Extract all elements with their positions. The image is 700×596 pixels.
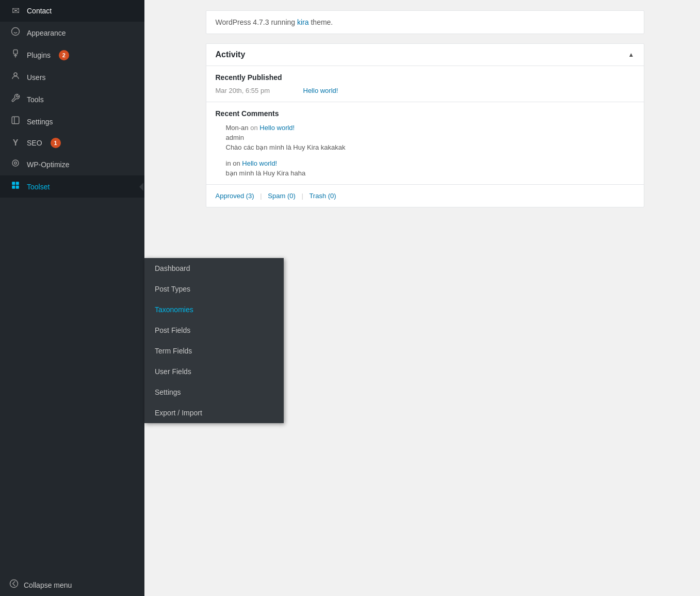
seo-icon: Y bbox=[9, 138, 22, 148]
collapse-icon bbox=[9, 579, 19, 591]
comment-1-on: on bbox=[250, 124, 259, 132]
submenu-item-taxonomies[interactable]: Taxonomies bbox=[144, 299, 284, 320]
sidebar-label-users: Users bbox=[27, 73, 46, 82]
svg-rect-11 bbox=[16, 186, 19, 189]
svg-rect-2 bbox=[13, 50, 18, 54]
comment-1-by: admin bbox=[226, 134, 634, 141]
submenu-item-settings[interactable]: Settings bbox=[144, 382, 284, 402]
sidebar-label-appearance: Appearance bbox=[27, 29, 66, 37]
approved-label: Approved bbox=[216, 192, 245, 200]
sidebar-label-wp-optimize: WP-Optimize bbox=[27, 160, 69, 169]
svg-point-3 bbox=[14, 73, 17, 76]
comment-item-1: Mon-an on Hello world! admin Chào các bạ… bbox=[216, 124, 634, 151]
approved-link[interactable]: Approved (3) bbox=[216, 192, 256, 200]
sidebar-item-plugins[interactable]: Plugins 2 bbox=[0, 44, 144, 66]
sidebar-item-users[interactable]: Users bbox=[0, 66, 144, 88]
activity-box: Activity ▲ Recently Published Mar 20th, … bbox=[206, 43, 644, 207]
sidebar-label-seo: SEO bbox=[27, 139, 42, 147]
comment-2-author-line: in on Hello world! bbox=[226, 159, 634, 167]
wp-info-bar: WordPress 4.7.3 running kira theme. bbox=[206, 10, 644, 34]
collapse-label: Collapse menu bbox=[24, 581, 72, 589]
published-post-link[interactable]: Hello world! bbox=[303, 87, 338, 94]
activity-title: Activity bbox=[216, 50, 246, 59]
sidebar-label-toolset: Toolset bbox=[27, 183, 50, 191]
comment-item-2: in on Hello world! bạn mình là Huy Kira … bbox=[216, 159, 634, 177]
tools-icon bbox=[9, 93, 22, 105]
sidebar: ✉ Contact Appearance Plugins 2 Users Too… bbox=[0, 0, 144, 596]
spam-count: (0) bbox=[287, 192, 296, 200]
theme-link[interactable]: kira bbox=[297, 18, 309, 26]
sidebar-item-wp-optimize[interactable]: WP-Optimize bbox=[0, 153, 144, 175]
wp-info-text: WordPress 4.7.3 running bbox=[216, 18, 298, 26]
wp-info-text-after: theme. bbox=[309, 18, 333, 26]
recent-comments-section: Recent Comments Mon-an on Hello world! a… bbox=[206, 102, 644, 185]
recent-comments-heading: Recent Comments bbox=[216, 109, 634, 118]
comment-1-text: Chào các bạn mình là Huy Kira kakakak bbox=[226, 143, 634, 151]
sidebar-label-settings: Settings bbox=[27, 118, 53, 126]
sidebar-item-settings[interactable]: Settings bbox=[0, 110, 144, 133]
plugins-badge: 2 bbox=[59, 50, 69, 60]
sidebar-label-contact: Contact bbox=[27, 7, 52, 15]
submenu-item-export-import[interactable]: Export / Import bbox=[144, 402, 284, 423]
users-icon bbox=[9, 71, 22, 83]
comment-actions: Approved (3) | Spam (0) | Trash (0) bbox=[206, 185, 644, 207]
published-date: Mar 20th, 6:55 pm bbox=[216, 87, 293, 94]
plugins-icon bbox=[9, 49, 22, 61]
recently-published-heading: Recently Published bbox=[216, 73, 634, 82]
svg-point-12 bbox=[10, 580, 18, 588]
recently-published-section: Recently Published Mar 20th, 6:55 pm Hel… bbox=[206, 66, 644, 102]
comment-2-prefix: in on bbox=[226, 159, 242, 167]
submenu-item-term-fields[interactable]: Term Fields bbox=[144, 341, 284, 361]
spam-link[interactable]: Spam (0) bbox=[268, 192, 297, 200]
svg-point-6 bbox=[12, 160, 19, 166]
separator-2: | bbox=[301, 192, 305, 200]
submenu-arrow bbox=[139, 183, 143, 191]
submenu-item-user-fields[interactable]: User Fields bbox=[144, 361, 284, 382]
trash-label: Trash bbox=[309, 192, 326, 200]
svg-point-7 bbox=[14, 162, 17, 165]
sidebar-item-tools[interactable]: Tools bbox=[0, 88, 144, 110]
activity-toggle[interactable]: ▲ bbox=[628, 51, 634, 58]
separator-1: | bbox=[260, 192, 264, 200]
svg-rect-9 bbox=[16, 182, 19, 185]
mail-icon: ✉ bbox=[9, 5, 22, 17]
sidebar-label-plugins: Plugins bbox=[27, 51, 51, 59]
appearance-icon bbox=[9, 27, 22, 39]
trash-link[interactable]: Trash (0) bbox=[309, 192, 336, 200]
sidebar-item-contact[interactable]: ✉ Contact bbox=[0, 0, 144, 22]
comment-1-author-line: Mon-an on Hello world! bbox=[226, 124, 634, 132]
comment-1-author: Mon-an bbox=[226, 124, 249, 132]
sidebar-item-seo[interactable]: Y SEO 1 bbox=[0, 133, 144, 153]
comment-2-post-link[interactable]: Hello world! bbox=[242, 159, 277, 167]
comment-1-post-link[interactable]: Hello world! bbox=[259, 124, 295, 132]
toolset-submenu: Dashboard Post Types Taxonomies Post Fie… bbox=[144, 258, 284, 423]
submenu-item-dashboard[interactable]: Dashboard bbox=[144, 258, 284, 279]
submenu-item-post-fields[interactable]: Post Fields bbox=[144, 320, 284, 341]
svg-rect-10 bbox=[12, 186, 15, 189]
wp-optimize-icon bbox=[9, 158, 22, 170]
activity-header: Activity ▲ bbox=[206, 44, 644, 66]
sidebar-item-appearance[interactable]: Appearance bbox=[0, 22, 144, 44]
svg-rect-8 bbox=[12, 182, 15, 185]
seo-badge: 1 bbox=[51, 138, 61, 148]
sidebar-item-toolset[interactable]: Toolset bbox=[0, 175, 144, 198]
trash-count: (0) bbox=[328, 192, 336, 200]
svg-rect-4 bbox=[12, 117, 19, 124]
sidebar-label-tools: Tools bbox=[27, 95, 44, 104]
settings-icon bbox=[9, 116, 22, 127]
collapse-menu-button[interactable]: Collapse menu bbox=[0, 574, 144, 596]
spam-label: Spam bbox=[268, 192, 285, 200]
submenu-item-post-types[interactable]: Post Types bbox=[144, 279, 284, 299]
toolset-icon bbox=[9, 181, 22, 192]
published-row: Mar 20th, 6:55 pm Hello world! bbox=[216, 87, 634, 94]
comment-2-text: bạn mình là Huy Kira haha bbox=[226, 169, 634, 177]
approved-count: (3) bbox=[246, 192, 254, 200]
